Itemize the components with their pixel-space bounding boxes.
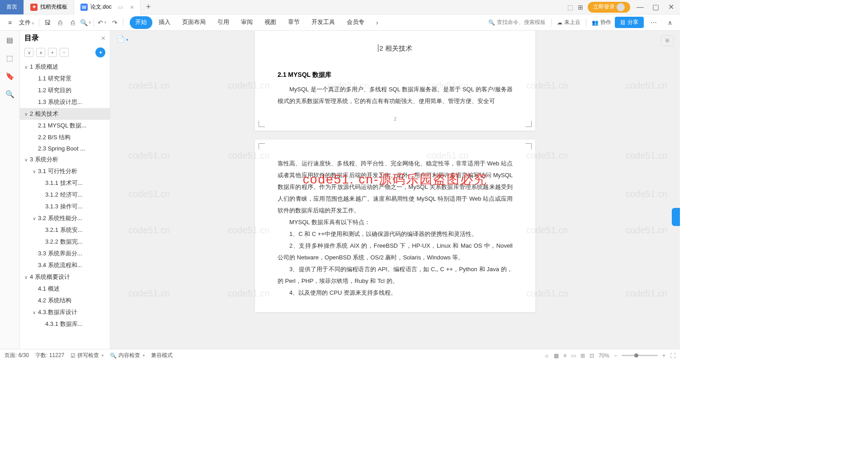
zoom-in-icon[interactable]: + — [662, 353, 665, 359]
remove-heading-icon[interactable]: − — [60, 48, 69, 57]
share-icon: ⛓ — [620, 19, 626, 26]
tab-template[interactable]: ✦ 找稻壳模板 — [24, 0, 74, 14]
add-heading-icon[interactable]: + — [48, 48, 57, 57]
view-mode-4-icon[interactable]: ⊞ — [580, 353, 585, 359]
outline-item[interactable]: 3.1.1 技术可... — [20, 177, 110, 189]
search-rail-icon[interactable]: 🔍 — [5, 89, 15, 99]
ribbon-tab-dev[interactable]: 开发工具 — [306, 16, 340, 29]
menu-icon[interactable]: ≡ — [4, 16, 16, 29]
preview-icon[interactable]: 🔍∨ — [79, 16, 92, 29]
ribbon-tab-review[interactable]: 审阅 — [236, 16, 258, 29]
print-icon[interactable]: ⎙ — [66, 16, 79, 29]
outline-item[interactable]: 3.2.2 数据完... — [20, 236, 110, 248]
cloud-status[interactable]: ☁ 未上云 — [557, 19, 580, 26]
doc-h2: 2.1 MYSQL 数据库 — [278, 71, 513, 79]
outline-item[interactable]: 2.2 B/S 结构 — [20, 132, 110, 143]
new-tab-button[interactable]: + — [141, 2, 156, 12]
outline-item[interactable]: ∨1 系统概述 — [20, 61, 110, 73]
zoom-level[interactable]: 70% — [599, 353, 609, 359]
spell-check[interactable]: ☑拼写检查▾ — [71, 352, 104, 359]
ribbon-tab-chapter[interactable]: 章节 — [283, 16, 305, 29]
outline-item[interactable]: 3.3 系统界面分... — [20, 248, 110, 259]
doc-heading: 2 相关技术 — [278, 44, 513, 53]
close-window-button[interactable]: ✕ — [665, 2, 676, 13]
view-mode-1-icon[interactable]: ▦ — [554, 353, 559, 359]
save-icon[interactable]: 🖫 — [41, 16, 54, 29]
view-mode-2-icon[interactable]: ≡ — [563, 353, 566, 359]
watermark: code51.cn — [128, 151, 170, 161]
close-tab-icon[interactable]: × — [130, 4, 134, 11]
ribbon-tab-member[interactable]: 会员专 — [341, 16, 370, 29]
nav-rail-icon[interactable]: ⬚ — [5, 52, 15, 63]
more-menu-icon[interactable]: ⋯ — [647, 16, 660, 29]
apps-icon[interactable]: ⊞ — [578, 4, 583, 11]
zoom-out-icon[interactable]: − — [614, 353, 617, 359]
doc-paragraph: MYSQL 数据库具有以下特点： — [278, 216, 513, 228]
search-commands[interactable]: 🔍 查找命令、搜索模板 — [488, 19, 546, 26]
outline-item[interactable]: 1.1 研究背景 — [20, 73, 110, 85]
outline-item[interactable]: ∨3.1 可行性分析 — [20, 165, 110, 177]
outline-item[interactable]: 3.1.2 经济可... — [20, 189, 110, 201]
outline-item[interactable]: 2.3 Spring Boot ... — [20, 143, 110, 154]
document-area[interactable]: code51.cn code51.cn code51.cn code51.cn … — [110, 31, 680, 349]
left-rail: ▤ ⬚ 🔖 🔍 — [0, 31, 20, 349]
word-count[interactable]: 字数: 11227 — [35, 352, 64, 359]
close-outline-icon[interactable]: × — [101, 34, 105, 42]
ribbon-tab-view[interactable]: 视图 — [259, 16, 282, 29]
float-options-icon[interactable]: ≡ — [661, 35, 674, 46]
content-check[interactable]: 🔍内容检查▾ — [110, 352, 145, 359]
undo-icon[interactable]: ↶∨ — [96, 16, 108, 29]
outline-item[interactable]: 2.1 MYSQL 数据... — [20, 120, 110, 132]
outline-item[interactable]: 3.1.3 操作可... — [20, 201, 110, 212]
outline-item[interactable]: ∨4 系统概要设计 — [20, 271, 110, 283]
share-button[interactable]: ⛓ 分享 — [615, 17, 644, 28]
expand-all-icon[interactable]: ∧ — [36, 48, 45, 57]
outline-item[interactable]: 4.3.1 数据库... — [20, 318, 110, 330]
outline-item[interactable]: 1.3 系统设计思... — [20, 96, 110, 108]
outline-item[interactable]: ∨3.2 系统性能分... — [20, 212, 110, 224]
outline-item[interactable]: 4.2 系统结构 — [20, 295, 110, 306]
present-icon[interactable]: ▭ — [118, 4, 123, 10]
outline-item[interactable]: ∨2 相关技术 — [20, 108, 110, 120]
save-as-icon[interactable]: ⎙ — [54, 16, 66, 29]
file-menu[interactable]: 文件∨ — [16, 19, 37, 27]
maximize-button[interactable]: ▢ — [650, 2, 661, 13]
tab-document[interactable]: W 论文.doc ▭ × — [74, 0, 141, 14]
compat-mode[interactable]: 兼容模式 — [151, 352, 173, 359]
ribbon-tab-start[interactable]: 开始 — [130, 16, 152, 29]
brightness-icon[interactable]: ☼ — [544, 353, 549, 359]
zoom-fit-icon[interactable]: ⊡ — [590, 353, 594, 359]
collab-button[interactable]: 👥 协作 — [592, 19, 611, 26]
ribbon-tab-layout[interactable]: 页面布局 — [177, 16, 211, 29]
zoom-slider[interactable] — [622, 355, 658, 356]
outline-item[interactable]: 1.2 研究目的 — [20, 85, 110, 96]
fullscreen-icon[interactable]: ⛶ — [670, 353, 675, 359]
ribbon-tab-reference[interactable]: 引用 — [212, 16, 235, 29]
outline-item[interactable]: ∨3 系统分析 — [20, 154, 110, 165]
collapse-ribbon-icon[interactable]: ∧ — [664, 16, 676, 29]
outline-item[interactable]: ∨4.3.数据库设计 — [20, 306, 110, 318]
collapse-all-icon[interactable]: ∨ — [24, 48, 33, 57]
right-drawer-tab[interactable] — [672, 208, 680, 226]
ribbon-tab-insert[interactable]: 插入 — [153, 16, 176, 29]
check-icon: ☑ — [71, 353, 75, 359]
outline-title: 目录 — [24, 33, 101, 43]
outline-item[interactable]: 4.1 概述 — [20, 283, 110, 295]
outline-item[interactable]: 3.4 系统流程和... — [20, 259, 110, 271]
ribbon-more-icon[interactable]: › — [371, 16, 383, 29]
ai-badge-icon[interactable]: ✦ — [95, 47, 105, 57]
outline-item[interactable]: 3.2.1 系统安... — [20, 224, 110, 236]
tab-home[interactable]: 首页 — [0, 0, 24, 14]
page-indicator[interactable]: 页面: 6/30 — [5, 352, 29, 359]
watermark: code51.cn — [626, 225, 667, 235]
login-button[interactable]: 立即登录 — [588, 2, 630, 13]
avatar-icon — [617, 3, 625, 11]
outline-rail-icon[interactable]: ▤ — [5, 34, 15, 45]
bookmark-rail-icon[interactable]: 🔖 — [5, 71, 15, 81]
doc-badge-icon[interactable]: 📄 ▾ — [117, 35, 128, 42]
redo-icon[interactable]: ↷ — [108, 16, 121, 29]
minimize-button[interactable]: — — [635, 2, 646, 13]
layout-icon[interactable]: ⬚ — [567, 4, 573, 11]
view-mode-3-icon[interactable]: ▭ — [571, 353, 576, 359]
watermark: code51.cn — [128, 189, 170, 199]
